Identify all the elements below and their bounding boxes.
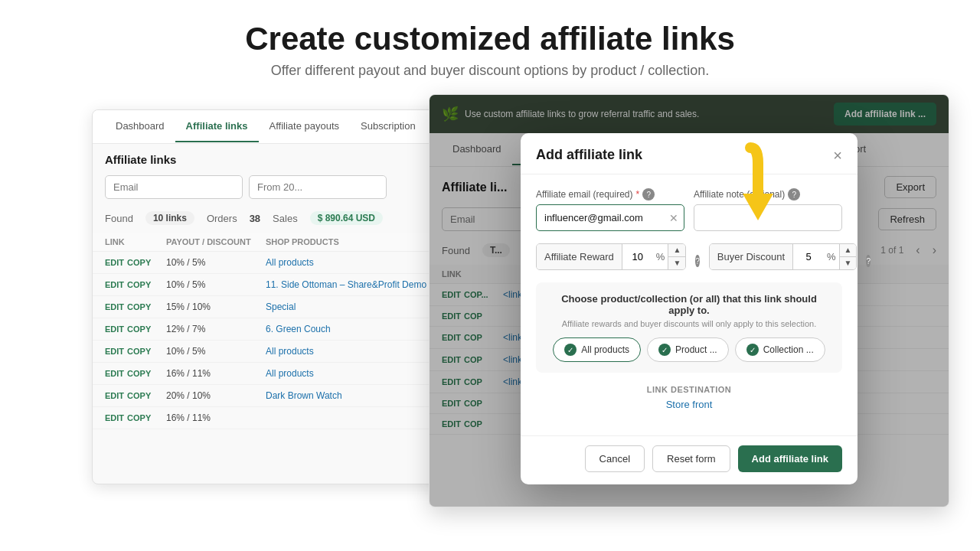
email-input[interactable] (536, 204, 684, 231)
tab-affiliate-payouts-back[interactable]: Affiliate payouts (259, 111, 351, 142)
product-buttons: ✓ All products ✓ Product ... ✓ Collectio… (548, 337, 830, 362)
discount-unit: % (824, 244, 839, 269)
reset-form-button[interactable]: Reset form (652, 445, 730, 472)
reward-group: Affiliate Reward 10 % ▲ ▼ (536, 243, 686, 270)
shop-3[interactable]: Special (266, 302, 446, 312)
sales-label: Sales (273, 213, 298, 224)
back-panel-nav: Dashboard Affiliate links Affiliate payo… (93, 110, 459, 144)
tab-dashboard-back[interactable]: Dashboard (105, 111, 175, 142)
reward-info-icon[interactable]: ? (695, 255, 700, 267)
copy-btn-1[interactable]: COPY (127, 258, 151, 267)
shop-4[interactable]: 6. Green Couch (266, 324, 446, 334)
table-row: EDIT COPY 15% / 10% Special (93, 296, 459, 318)
link-actions: EDIT COPY (105, 280, 166, 289)
product-button[interactable]: ✓ Product ... (647, 337, 729, 362)
shop-7[interactable]: Dark Brown Watch (266, 390, 446, 401)
link-actions: EDIT COPY (105, 347, 166, 356)
table-row: EDIT COPY 10% / 5% All products (93, 341, 459, 363)
payout-3: 15% / 10% (166, 302, 266, 312)
copy-btn-8[interactable]: COPY (127, 413, 151, 422)
note-info-icon[interactable]: ? (788, 188, 800, 201)
shop-5[interactable]: All products (266, 346, 446, 357)
modal-footer: Cancel Reset form Add affiliate link (521, 435, 858, 484)
payout-8: 16% / 11% (166, 412, 266, 423)
discount-group: Buyer Discount 5 % ▲ ▼ (709, 243, 858, 270)
email-group: Affiliate email (required) * ? ✕ (536, 188, 684, 231)
orders-label: Orders (207, 213, 237, 224)
shop-1[interactable]: All products (266, 257, 446, 268)
back-from-input[interactable] (249, 175, 387, 199)
reward-unit: % (653, 244, 668, 269)
add-affiliate-link-submit-button[interactable]: Add affiliate link (738, 445, 842, 472)
link-dest-label: LINK DESTINATION (536, 385, 842, 394)
page-subtitle: Offer different payout and buyer discoun… (0, 63, 980, 79)
table-row: EDIT COPY 10% / 5% 11. Side Ottoman – Sh… (93, 274, 459, 296)
edit-btn-6[interactable]: EDIT (105, 369, 124, 378)
all-products-button[interactable]: ✓ All products (553, 337, 641, 362)
payout-1: 10% / 5% (166, 257, 266, 268)
discount-value: 5 (793, 244, 824, 269)
table-row: EDIT COPY 12% / 7% 6. Green Couch (93, 318, 459, 341)
back-table-scroll: EDIT COPY 10% / 5% All products EDIT COP… (93, 252, 459, 429)
edit-btn-8[interactable]: EDIT (105, 413, 124, 422)
copy-btn-2[interactable]: COPY (127, 280, 151, 289)
discount-decrement[interactable]: ▼ (840, 257, 857, 269)
cancel-button[interactable]: Cancel (585, 445, 645, 472)
reward-label: Affiliate Reward (537, 244, 622, 269)
table-row: EDIT COPY 20% / 10% Dark Brown Watch (93, 385, 459, 407)
link-dest-value[interactable]: Store front (666, 399, 713, 410)
copy-btn-5[interactable]: COPY (127, 347, 151, 356)
product-check-icon: ✓ (658, 344, 671, 356)
back-section-title: Affiliate links (105, 153, 176, 166)
tab-subscription-back[interactable]: Subscription (350, 111, 426, 142)
discount-info-icon[interactable]: ? (866, 255, 871, 267)
sales-amount: $ 890.64 USD (310, 211, 383, 225)
shop-2[interactable]: 11. Side Ottoman – Share&Profit Demo (266, 279, 446, 290)
copy-btn-3[interactable]: COPY (127, 302, 151, 311)
edit-btn-5[interactable]: EDIT (105, 347, 124, 356)
link-actions: EDIT COPY (105, 369, 166, 378)
edit-btn-2[interactable]: EDIT (105, 280, 124, 289)
page-title: Create customized affiliate links (0, 21, 980, 57)
edit-btn-7[interactable]: EDIT (105, 391, 124, 400)
discount-increment[interactable]: ▲ (840, 244, 857, 257)
link-actions: EDIT COPY (105, 258, 166, 267)
table-row: EDIT COPY 16% / 11% All products (93, 363, 459, 385)
modal-close-button[interactable]: × (833, 148, 842, 163)
product-section-sub: Affiliate rewards and buyer discounts wi… (548, 319, 830, 328)
link-actions: EDIT COPY (105, 391, 166, 400)
found-label: Found (105, 213, 133, 224)
back-table: Link Payout / Discount Shop products EDI… (93, 233, 459, 429)
link-actions: EDIT COPY (105, 302, 166, 311)
email-clear-icon[interactable]: ✕ (669, 212, 678, 224)
copy-btn-6[interactable]: COPY (127, 369, 151, 378)
link-actions: EDIT COPY (105, 413, 166, 422)
copy-btn-4[interactable]: COPY (127, 324, 151, 334)
header-section: Create customized affiliate links Offer … (0, 0, 980, 94)
orders-count: 38 (250, 213, 260, 224)
edit-btn-1[interactable]: EDIT (105, 258, 124, 267)
copy-btn-7[interactable]: COPY (127, 391, 151, 400)
payout-5: 10% / 5% (166, 346, 266, 357)
payout-2: 10% / 5% (166, 279, 266, 290)
discount-spinner: ▲ ▼ (839, 244, 857, 269)
collection-button[interactable]: ✓ Collection ... (735, 337, 825, 362)
table-row: EDIT COPY 16% / 11% (93, 407, 459, 429)
back-panel-tabs: Dashboard Affiliate links Affiliate payo… (105, 111, 446, 142)
reward-spinner: ▲ ▼ (668, 244, 685, 269)
email-info-icon[interactable]: ? (642, 188, 655, 201)
reward-decrement[interactable]: ▼ (668, 257, 685, 269)
tab-affiliate-links-back[interactable]: Affiliate links (175, 111, 259, 142)
back-section-header: Affiliate links (93, 144, 459, 175)
reward-increment[interactable]: ▲ (668, 244, 685, 257)
col-link: Link (105, 237, 166, 246)
modal-title: Add affiliate link (536, 147, 642, 163)
email-label: Affiliate email (required) * ? (536, 188, 684, 201)
edit-btn-4[interactable]: EDIT (105, 324, 124, 334)
discount-input-group: Buyer Discount 5 % ▲ ▼ (709, 243, 858, 270)
email-input-wrapper: ✕ (536, 204, 684, 231)
back-email-input[interactable] (105, 175, 243, 199)
back-stats-row: Found 10 links Orders 38 Sales $ 890.64 … (93, 208, 459, 233)
shop-6[interactable]: All products (266, 368, 446, 379)
edit-btn-3[interactable]: EDIT (105, 302, 124, 311)
